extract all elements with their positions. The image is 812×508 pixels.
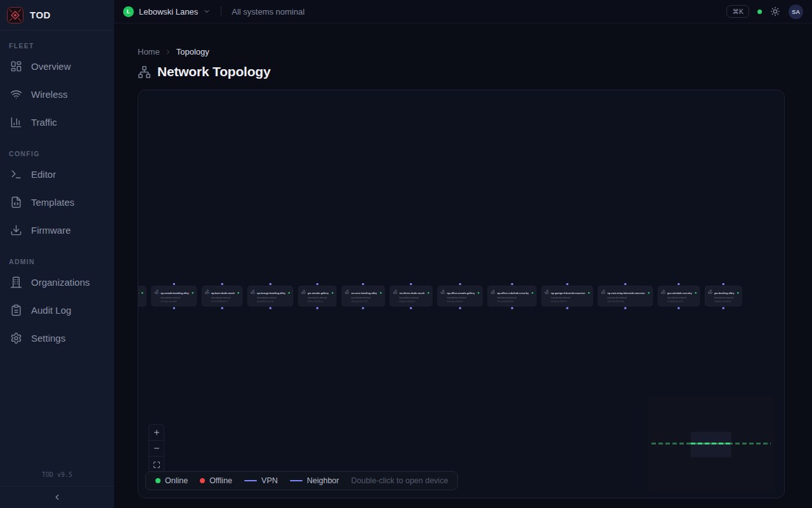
device-node[interactable]: sw-access-dude-ranch host.docker.interna… [138, 286, 146, 307]
device-node[interactable]: ap-garage-lebowski-mansion host.docker.i… [542, 286, 593, 307]
online-dot-icon [155, 478, 160, 483]
device-node[interactable]: gw-sobchak-security host.docker.internal… [658, 286, 700, 307]
command-palette-shortcut[interactable]: ⌘K [726, 5, 749, 18]
connection-handle-bottom[interactable] [410, 307, 412, 310]
sidebar-item-wireless[interactable]: Wireless [8, 80, 107, 108]
connection-handle-bottom[interactable] [221, 307, 223, 310]
main-area: L Lebowski Lanes All systems nominal ⌘K … [114, 0, 812, 508]
user-avatar[interactable]: SA [789, 4, 803, 19]
connection-handle-bottom[interactable] [722, 307, 724, 310]
chevron-right-icon [164, 48, 172, 56]
nav-section-config: CONFIG [9, 150, 107, 157]
sidebar-item-label: Wireless [31, 89, 68, 100]
connection-handle-bottom[interactable] [269, 307, 272, 310]
device-row: sw-access-dude-ranch host.docker.interna… [138, 286, 742, 307]
org-switcher[interactable]: L Lebowski Lanes [123, 6, 211, 17]
breadcrumb-home-link[interactable]: Home [138, 47, 160, 57]
connection-handle-top[interactable] [511, 283, 513, 286]
device-node[interactable]: gw-maude-gallery host.docker.internal f0… [298, 286, 336, 307]
device-name-row: ap-barn-dude-ranch [211, 290, 239, 295]
org-avatar: L [123, 6, 134, 17]
device-node[interactable]: sw-distro-dude-ranch host.docker.interna… [390, 286, 432, 307]
connection-handle-bottom[interactable] [316, 307, 318, 310]
clipboard-icon [10, 304, 22, 316]
connection-handle-top[interactable] [624, 283, 627, 286]
sidebar-item-organizations[interactable]: Organizations [8, 268, 107, 296]
device-text: ap-east-wing-lebowski-mansion host.docke… [608, 290, 650, 304]
router-icon [545, 290, 549, 294]
zoom-out-button[interactable] [149, 441, 164, 457]
device-node[interactable]: ap-office-maude-gallery host.docker.inte… [438, 286, 483, 307]
connection-handle-top[interactable] [459, 283, 461, 286]
online-status-dot [532, 292, 534, 294]
sidebar-item-firmware[interactable]: Firmware [8, 216, 107, 244]
legend-neighbor: Neighbor [290, 476, 339, 485]
page-title: Network Topology [157, 64, 270, 79]
connection-handle-top[interactable] [221, 283, 223, 286]
device-body: ap-arcade-bowling-alley host.docker.inte… [154, 290, 193, 304]
connection-handle-bottom[interactable] [173, 307, 175, 310]
sidebar-collapse-button[interactable] [0, 486, 114, 508]
connection-handle-bottom[interactable] [678, 307, 680, 310]
online-status-dot [428, 292, 429, 294]
device-host: host.docker.internal [351, 297, 381, 300]
device-node[interactable]: ap-arcade-bowling-alley host.docker.inte… [151, 286, 197, 307]
device-node[interactable]: ap-office-sobchak-security host.docker.i… [488, 286, 537, 307]
connection-handle-bottom[interactable] [566, 307, 568, 310]
device-name-row: ap-garage-lebowski-mansion [551, 290, 590, 295]
device-text: sw-distro-dude-ranch host.docker.interna… [399, 290, 429, 304]
sidebar-nav: FLEET Overview Wireless Traffic CONFIG E… [0, 30, 114, 352]
device-body: gw-bowling-alley host.docker.internal 00… [708, 290, 739, 304]
device-meta: 00:0d:fa:ab:a9:b0 [160, 300, 193, 303]
wifi-icon [10, 88, 22, 100]
device-name: ap-office-maude-gallery [447, 291, 475, 295]
device-name-row: sw-distro-dude-ranch [399, 290, 429, 295]
sidebar-item-label: Firmware [31, 225, 71, 236]
sidebar-item-label: Overview [31, 61, 71, 72]
connection-handle-top[interactable] [410, 283, 412, 286]
device-meta: e0:63:da:55:8f:17 [551, 300, 590, 303]
device-host: host.docker.internal [138, 297, 143, 300]
device-name-row: ap-east-wing-lebowski-mansion [608, 290, 650, 295]
sidebar-item-overview[interactable]: Overview [8, 52, 107, 80]
legend-neighbor-label: Neighbor [307, 476, 339, 485]
connection-handle-top[interactable] [678, 283, 680, 286]
theme-toggle-button[interactable] [770, 6, 780, 17]
device-node[interactable]: gw-bowling-alley host.docker.internal 00… [705, 286, 742, 307]
connection-handle-top[interactable] [173, 283, 175, 286]
connection-handle-bottom[interactable] [459, 307, 461, 310]
device-node[interactable]: ap-lounge-bowling-alley host.docker.inte… [247, 286, 293, 307]
fit-view-button[interactable] [149, 457, 164, 472]
router-icon [205, 290, 209, 294]
sidebar-item-settings[interactable]: Settings [8, 324, 107, 352]
device-meta: 00:1d:9c:aa:41:02 [138, 300, 143, 303]
zoom-in-button[interactable] [149, 425, 164, 441]
online-status-dot [737, 292, 739, 294]
router-icon [251, 290, 255, 294]
device-host: host.docker.internal [257, 297, 290, 300]
connection-handle-top[interactable] [316, 283, 318, 286]
device-body: ap-office-sobchak-security host.docker.i… [491, 290, 534, 304]
device-node[interactable]: ap-east-wing-lebowski-mansion host.docke… [598, 286, 653, 307]
connection-handle-bottom[interactable] [362, 307, 365, 310]
connection-handle-top[interactable] [722, 283, 724, 286]
sidebar-item-editor[interactable]: Editor [8, 160, 107, 188]
app-title: TOD [30, 10, 51, 20]
device-node[interactable]: ap-barn-dude-ranch host.docker.internal … [202, 286, 242, 307]
device-name: ap-office-sobchak-security [497, 291, 529, 295]
sidebar-item-audit-log[interactable]: Audit Log [8, 296, 107, 324]
connection-handle-bottom[interactable] [511, 307, 513, 310]
connection-handle-top[interactable] [362, 283, 365, 286]
sidebar-item-templates[interactable]: Templates [8, 188, 107, 216]
connection-handle-top[interactable] [269, 283, 272, 286]
topbar-divider [221, 6, 221, 17]
topology-canvas[interactable]: sw-access-dude-ranch host.docker.interna… [138, 90, 785, 498]
connection-handle-top[interactable] [566, 283, 568, 286]
minimap[interactable] [648, 396, 775, 492]
connection-handle-bottom[interactable] [624, 307, 627, 310]
device-node[interactable]: sw-core-bowling-alley host.docker.intern… [341, 286, 384, 307]
device-host: host.docker.internal [160, 297, 193, 300]
minimap-viewport[interactable] [691, 432, 731, 457]
online-status-dot [695, 292, 697, 294]
sidebar-item-traffic[interactable]: Traffic [8, 108, 107, 136]
